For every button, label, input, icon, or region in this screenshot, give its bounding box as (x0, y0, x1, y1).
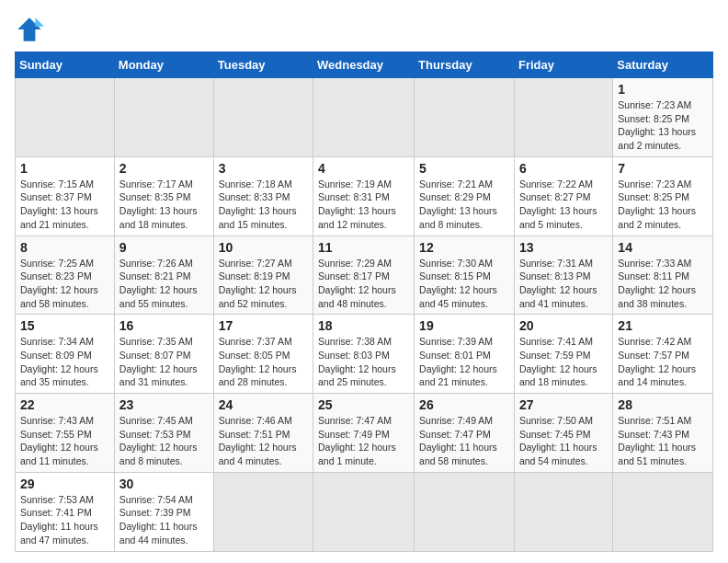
day-number: 15 (20, 318, 109, 333)
calendar-cell: 11 Sunrise: 7:29 AMSunset: 8:17 PMDaylig… (313, 236, 415, 315)
calendar-week-1: 1 Sunrise: 7:23 AMSunset: 8:25 PMDayligh… (16, 78, 713, 157)
calendar-cell: 24 Sunrise: 7:46 AMSunset: 7:51 PMDaylig… (213, 394, 313, 473)
calendar-table: SundayMondayTuesdayWednesdayThursdayFrid… (15, 52, 713, 552)
day-info: Sunrise: 7:45 AMSunset: 7:53 PMDaylight:… (119, 415, 198, 466)
day-info: Sunrise: 7:42 AMSunset: 7:57 PMDaylight:… (618, 336, 696, 387)
day-info: Sunrise: 7:47 AMSunset: 7:49 PMDaylight:… (318, 415, 396, 466)
calendar-cell: 7 Sunrise: 7:23 AMSunset: 8:25 PMDayligh… (613, 156, 713, 236)
day-number: 14 (618, 240, 708, 255)
day-number: 13 (519, 240, 608, 255)
day-info: Sunrise: 7:30 AMSunset: 8:15 PMDaylight:… (419, 258, 497, 309)
day-info: Sunrise: 7:29 AMSunset: 8:17 PMDaylight:… (318, 258, 396, 309)
calendar-cell: 30 Sunrise: 7:54 AMSunset: 7:39 PMDaylig… (114, 472, 213, 551)
calendar-cell (213, 78, 313, 157)
calendar-cell (514, 472, 612, 551)
day-info: Sunrise: 7:41 AMSunset: 7:59 PMDaylight:… (519, 336, 597, 387)
calendar-cell: 8 Sunrise: 7:25 AMSunset: 8:23 PMDayligh… (16, 236, 115, 315)
day-info: Sunrise: 7:43 AMSunset: 7:55 PMDaylight:… (20, 415, 98, 466)
day-info: Sunrise: 7:38 AMSunset: 8:03 PMDaylight:… (318, 336, 396, 387)
day-number: 7 (618, 161, 708, 176)
calendar-week-2: 1 Sunrise: 7:15 AMSunset: 8:37 PMDayligh… (16, 156, 713, 236)
calendar-cell: 3 Sunrise: 7:18 AMSunset: 8:33 PMDayligh… (213, 156, 313, 236)
calendar-week-4: 15 Sunrise: 7:34 AMSunset: 8:09 PMDaylig… (16, 315, 713, 394)
column-header-monday: Monday (114, 52, 213, 78)
day-info: Sunrise: 7:31 AMSunset: 8:13 PMDaylight:… (519, 258, 597, 309)
day-info: Sunrise: 7:51 AMSunset: 7:43 PMDaylight:… (618, 415, 696, 466)
day-info: Sunrise: 7:21 AMSunset: 8:29 PMDaylight:… (419, 178, 497, 230)
column-header-sunday: Sunday (16, 52, 115, 78)
day-info: Sunrise: 7:39 AMSunset: 8:01 PMDaylight:… (419, 336, 497, 387)
calendar-cell: 2 Sunrise: 7:17 AMSunset: 8:35 PMDayligh… (114, 156, 213, 236)
page-header (15, 15, 713, 44)
day-info: Sunrise: 7:22 AMSunset: 8:27 PMDaylight:… (519, 178, 597, 230)
day-number: 30 (119, 477, 209, 491)
calendar-cell: 17 Sunrise: 7:37 AMSunset: 8:05 PMDaylig… (213, 315, 313, 394)
day-info: Sunrise: 7:17 AMSunset: 8:35 PMDaylight:… (119, 178, 198, 230)
day-number: 9 (119, 240, 209, 255)
day-info: Sunrise: 7:53 AMSunset: 7:41 PMDaylight:… (20, 494, 98, 546)
day-number: 28 (618, 397, 708, 412)
day-info: Sunrise: 7:33 AMSunset: 8:11 PMDaylight:… (618, 258, 696, 309)
day-info: Sunrise: 7:37 AMSunset: 8:05 PMDaylight:… (219, 336, 297, 387)
calendar-cell (213, 472, 313, 551)
day-number: 12 (419, 240, 509, 255)
day-info: Sunrise: 7:23 AMSunset: 8:25 PMDaylight:… (618, 99, 696, 151)
calendar-cell: 23 Sunrise: 7:45 AMSunset: 7:53 PMDaylig… (114, 394, 213, 473)
calendar-cell (415, 472, 515, 551)
calendar-cell: 20 Sunrise: 7:41 AMSunset: 7:59 PMDaylig… (514, 315, 612, 394)
day-number: 26 (419, 397, 509, 412)
calendar-cell: 6 Sunrise: 7:22 AMSunset: 8:27 PMDayligh… (514, 156, 612, 236)
day-info: Sunrise: 7:23 AMSunset: 8:25 PMDaylight:… (618, 178, 696, 230)
day-number: 4 (318, 161, 409, 176)
column-header-thursday: Thursday (415, 52, 515, 78)
calendar-cell: 10 Sunrise: 7:27 AMSunset: 8:19 PMDaylig… (213, 236, 313, 315)
day-info: Sunrise: 7:19 AMSunset: 8:31 PMDaylight:… (318, 178, 396, 230)
day-info: Sunrise: 7:50 AMSunset: 7:45 PMDaylight:… (519, 415, 597, 466)
svg-marker-1 (35, 17, 44, 27)
day-number: 27 (519, 397, 608, 412)
calendar-cell: 18 Sunrise: 7:38 AMSunset: 8:03 PMDaylig… (313, 315, 415, 394)
calendar-week-6: 29 Sunrise: 7:53 AMSunset: 7:41 PMDaylig… (16, 472, 713, 551)
day-number: 1 (618, 82, 708, 97)
calendar-cell: 22 Sunrise: 7:43 AMSunset: 7:55 PMDaylig… (16, 394, 115, 473)
day-info: Sunrise: 7:54 AMSunset: 7:39 PMDaylight:… (119, 494, 198, 546)
day-number: 24 (219, 397, 308, 412)
calendar-cell: 21 Sunrise: 7:42 AMSunset: 7:57 PMDaylig… (613, 315, 713, 394)
day-number: 10 (219, 240, 308, 255)
column-header-friday: Friday (514, 52, 612, 78)
calendar-cell: 5 Sunrise: 7:21 AMSunset: 8:29 PMDayligh… (415, 156, 515, 236)
day-info: Sunrise: 7:35 AMSunset: 8:07 PMDaylight:… (119, 336, 198, 387)
calendar-cell: 14 Sunrise: 7:33 AMSunset: 8:11 PMDaylig… (613, 236, 713, 315)
calendar-cell: 28 Sunrise: 7:51 AMSunset: 7:43 PMDaylig… (613, 394, 713, 473)
calendar-cell (313, 472, 415, 551)
day-info: Sunrise: 7:18 AMSunset: 8:33 PMDaylight:… (219, 178, 297, 230)
day-info: Sunrise: 7:34 AMSunset: 8:09 PMDaylight:… (20, 336, 98, 387)
column-header-wednesday: Wednesday (313, 52, 415, 78)
calendar-cell (514, 78, 612, 157)
calendar-cell (114, 78, 213, 157)
calendar-week-3: 8 Sunrise: 7:25 AMSunset: 8:23 PMDayligh… (16, 236, 713, 315)
day-number: 22 (20, 397, 109, 412)
calendar-cell: 13 Sunrise: 7:31 AMSunset: 8:13 PMDaylig… (514, 236, 612, 315)
day-number: 23 (119, 397, 209, 412)
header-row: SundayMondayTuesdayWednesdayThursdayFrid… (16, 52, 713, 78)
day-number: 18 (318, 318, 409, 333)
calendar-cell: 4 Sunrise: 7:19 AMSunset: 8:31 PMDayligh… (313, 156, 415, 236)
day-number: 5 (419, 161, 509, 176)
calendar-cell: 25 Sunrise: 7:47 AMSunset: 7:49 PMDaylig… (313, 394, 415, 473)
calendar-cell: 12 Sunrise: 7:30 AMSunset: 8:15 PMDaylig… (415, 236, 515, 315)
day-info: Sunrise: 7:49 AMSunset: 7:47 PMDaylight:… (419, 415, 497, 466)
calendar-cell: 19 Sunrise: 7:39 AMSunset: 8:01 PMDaylig… (415, 315, 515, 394)
day-number: 29 (20, 477, 109, 491)
day-number: 20 (519, 318, 608, 333)
day-number: 3 (219, 161, 308, 176)
calendar-cell: 26 Sunrise: 7:49 AMSunset: 7:47 PMDaylig… (415, 394, 515, 473)
calendar-cell: 15 Sunrise: 7:34 AMSunset: 8:09 PMDaylig… (16, 315, 115, 394)
day-info: Sunrise: 7:27 AMSunset: 8:19 PMDaylight:… (219, 258, 297, 309)
column-header-tuesday: Tuesday (213, 52, 313, 78)
day-number: 8 (20, 240, 109, 255)
logo (15, 15, 48, 44)
column-header-saturday: Saturday (613, 52, 713, 78)
calendar-cell: 1 Sunrise: 7:23 AMSunset: 8:25 PMDayligh… (613, 78, 713, 157)
day-info: Sunrise: 7:25 AMSunset: 8:23 PMDaylight:… (20, 258, 98, 309)
